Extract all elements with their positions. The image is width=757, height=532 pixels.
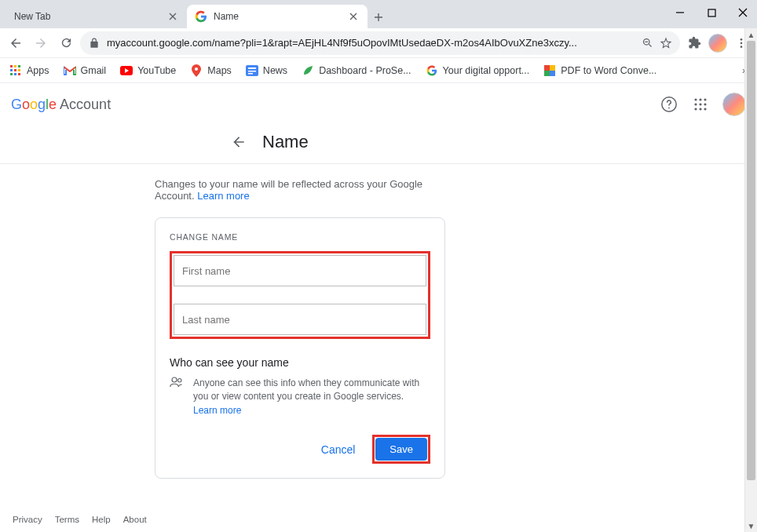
svg-point-28	[704, 98, 706, 100]
tab-strip: New Tab Name	[0, 0, 757, 28]
first-name-input[interactable]	[174, 256, 426, 286]
bookmark-dashboard[interactable]: Dashboard - ProSe...	[302, 64, 411, 77]
svg-rect-10	[18, 69, 20, 71]
change-name-card: CHANGE NAME First name Last name Who can…	[155, 217, 445, 479]
card-header: CHANGE NAME	[170, 232, 430, 242]
extensions-icon[interactable]	[683, 32, 705, 54]
svg-rect-9	[14, 69, 16, 71]
star-icon[interactable]	[660, 37, 672, 49]
cancel-button[interactable]: Cancel	[315, 439, 362, 461]
people-icon	[170, 377, 184, 417]
url-text: myaccount.google.com/name?pli=1&rapt=AEj…	[107, 37, 634, 49]
new-tab-button[interactable]	[368, 6, 389, 28]
svg-rect-22	[544, 71, 550, 76]
footer-about[interactable]: About	[123, 515, 147, 524]
bookmark-label: Apps	[27, 65, 49, 76]
svg-rect-13	[18, 73, 20, 75]
svg-point-35	[172, 377, 177, 382]
leaf-icon	[302, 64, 314, 77]
who-can-see-body: Anyone can see this info when they commu…	[193, 377, 430, 417]
svg-point-15	[195, 67, 198, 71]
bookmark-news[interactable]: News	[246, 64, 287, 77]
who-can-see-title: Who can see your name	[170, 356, 430, 369]
svg-point-3	[741, 42, 743, 44]
pdf-icon	[543, 64, 556, 77]
forward-button[interactable]	[30, 32, 52, 54]
bookmark-maps[interactable]: Maps	[190, 64, 232, 77]
apps-grid-icon	[9, 64, 22, 77]
footer-links: Privacy Terms Help About	[13, 515, 147, 524]
back-button[interactable]	[5, 32, 27, 54]
apps-grid-icon[interactable]	[691, 95, 710, 114]
google-favicon-icon	[195, 10, 207, 23]
learn-more-link[interactable]: Learn more	[197, 190, 249, 202]
close-icon[interactable]	[347, 10, 360, 23]
bookmark-pdf[interactable]: PDF to Word Conve...	[543, 64, 656, 77]
profile-avatar[interactable]	[708, 34, 727, 53]
svg-point-33	[699, 107, 701, 110]
scroll-up-icon[interactable]: ▲	[745, 28, 757, 41]
content-column: Changes to your name will be reflected a…	[5, 164, 752, 479]
zoom-icon[interactable]	[641, 37, 653, 49]
browser-chrome: New Tab Name myaccount	[0, 0, 757, 83]
address-bar[interactable]: myaccount.google.com/name?pli=1&rapt=AEj…	[80, 31, 680, 55]
svg-rect-18	[248, 71, 256, 72]
close-icon[interactable]	[166, 10, 179, 23]
bookmark-gmail[interactable]: Gmail	[64, 64, 107, 77]
footer-terms[interactable]: Terms	[55, 515, 79, 524]
window-controls	[672, 5, 751, 20]
svg-point-27	[699, 98, 701, 100]
svg-point-36	[178, 379, 182, 383]
scroll-down-icon[interactable]: ▼	[745, 519, 757, 532]
tab-new-tab[interactable]: New Tab	[6, 5, 187, 28]
news-icon	[246, 64, 258, 77]
svg-point-4	[741, 46, 743, 48]
page-title: Name	[262, 132, 309, 152]
scrollbar[interactable]: ▲ ▼	[744, 28, 757, 532]
tab-name[interactable]: Name	[187, 5, 368, 28]
lock-icon	[88, 37, 101, 49]
bookmarks-bar: Apps Gmail YouTube Maps News Dashboard -…	[0, 58, 757, 83]
svg-rect-0	[708, 9, 715, 16]
footer-privacy[interactable]: Privacy	[13, 515, 42, 524]
bookmark-label: YouTube	[137, 65, 176, 76]
bookmark-youtube[interactable]: YouTube	[120, 64, 176, 77]
last-name-input[interactable]	[174, 304, 426, 334]
svg-rect-17	[248, 67, 256, 69]
save-button[interactable]: Save	[375, 438, 427, 461]
google-account-logo[interactable]: Google Account	[11, 97, 111, 113]
who-learn-more-link[interactable]: Learn more	[193, 405, 241, 416]
maximize-button[interactable]	[704, 5, 719, 20]
minimize-button[interactable]	[672, 5, 688, 20]
save-button-highlight: Save	[372, 435, 430, 464]
last-name-field-wrapper: Last name	[174, 304, 426, 335]
page-description: Changes to your name will be reflected a…	[155, 178, 445, 202]
svg-point-30	[699, 103, 701, 105]
maps-pin-icon	[190, 64, 203, 77]
reload-button[interactable]	[55, 32, 77, 54]
svg-point-34	[704, 107, 706, 110]
youtube-icon	[120, 64, 133, 77]
footer-help[interactable]: Help	[92, 515, 111, 524]
close-window-button[interactable]	[735, 5, 751, 20]
svg-point-32	[694, 107, 697, 110]
gmail-icon	[64, 64, 76, 77]
google-account-header: Google Account	[0, 83, 757, 126]
bookmark-apps[interactable]: Apps	[9, 64, 49, 77]
bookmark-label: Your digital opport...	[443, 65, 530, 76]
svg-rect-21	[550, 65, 555, 71]
bookmark-label: News	[263, 65, 287, 76]
bookmark-label: PDF to Word Conve...	[561, 65, 656, 76]
first-name-field-wrapper: First name	[174, 255, 426, 286]
scroll-thumb[interactable]	[747, 41, 755, 480]
help-icon[interactable]	[660, 95, 678, 114]
svg-point-31	[704, 103, 706, 105]
bookmark-digital[interactable]: Your digital opport...	[426, 64, 530, 77]
back-arrow-icon[interactable]	[229, 133, 248, 151]
who-can-see-row: Anyone can see this info when they commu…	[170, 377, 430, 417]
account-avatar[interactable]	[722, 93, 746, 116]
svg-rect-12	[14, 73, 16, 75]
bookmark-label: Dashboard - ProSe...	[319, 65, 411, 76]
tab-title: Name	[214, 11, 347, 22]
svg-rect-11	[10, 73, 13, 75]
